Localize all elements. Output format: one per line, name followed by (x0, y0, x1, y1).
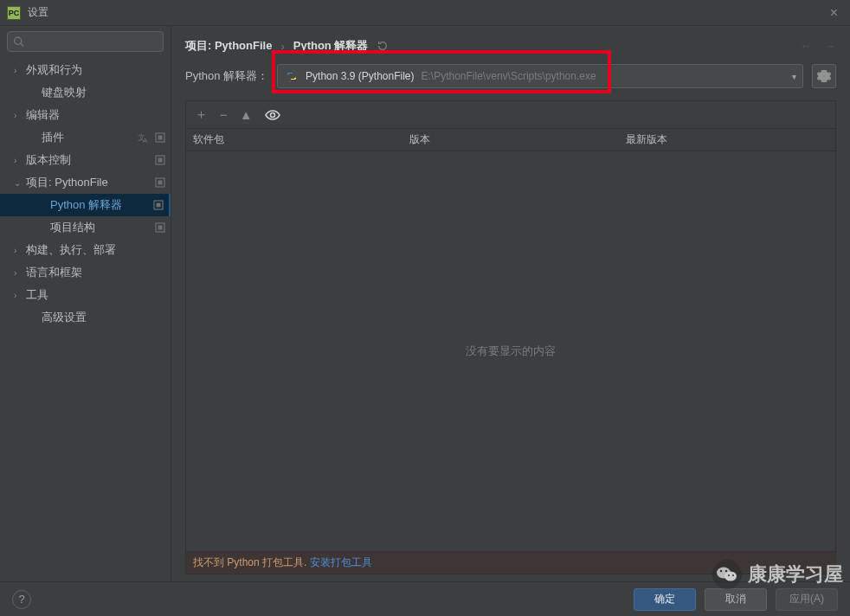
sidebar-item-label: 语言和框架 (26, 265, 82, 280)
sidebar-item-label: 编辑器 (26, 107, 60, 123)
sidebar-item[interactable]: ›版本控制 (0, 149, 171, 171)
titlebar: PC 设置 × (0, 0, 850, 26)
interpreter-settings-button[interactable] (812, 64, 836, 88)
sidebar-item[interactable]: ›外观和行为 (0, 59, 171, 81)
interpreter-path: E:\PythonFile\venv\Scripts\python.exe (422, 70, 596, 82)
packages-body: 没有要显示的内容 (186, 151, 835, 551)
breadcrumb-sep: › (280, 40, 284, 53)
svg-rect-9 (158, 181, 163, 185)
svg-rect-11 (157, 203, 161, 208)
chevron-icon: › (14, 291, 21, 300)
nav-forward-icon[interactable]: → (824, 39, 836, 53)
chevron-down-icon: ▾ (792, 72, 796, 81)
interpreter-select[interactable]: Python 3.9 (PythonFile) E:\PythonFile\ve… (277, 64, 803, 88)
breadcrumb-item[interactable]: 项目: PythonFile (185, 38, 272, 54)
upgrade-package-button[interactable]: ▲ (240, 107, 253, 122)
chevron-icon: › (14, 268, 21, 278)
sidebar-item[interactable]: ›高级设置 (0, 306, 171, 329)
sidebar-item[interactable]: ›项目结构 (0, 216, 171, 239)
packages-header-version[interactable]: 版本 (402, 129, 619, 151)
reset-icon[interactable] (377, 40, 389, 52)
packages-empty-text: 没有要显示的内容 (466, 343, 556, 359)
nav-back-icon[interactable]: ← (800, 39, 812, 53)
interpreter-name: Python 3.9 (PythonFile) (306, 70, 414, 82)
packages-panel: ＋ − ▲ 软件包 版本 最新版本 没有要显示的内容 找不到 Python 打包… (185, 100, 836, 574)
sidebar-item-label: 外观和行为 (26, 62, 82, 78)
svg-point-0 (15, 37, 22, 44)
help-button[interactable]: ? (12, 590, 31, 609)
chevron-icon: › (14, 246, 21, 255)
translate-icon: 文A (138, 132, 150, 144)
install-tools-link[interactable]: 安装打包工具 (310, 555, 372, 570)
bottombar: ? 确定 取消 应用(A) (0, 581, 850, 616)
cancel-button[interactable]: 取消 (705, 588, 767, 611)
search-box[interactable] (7, 31, 164, 52)
sidebar: ›外观和行为›键盘映射›编辑器›插件文A›版本控制⌄项目: PythonFile… (0, 26, 171, 581)
packages-header-name[interactable]: 软件包 (186, 129, 402, 151)
svg-text:A: A (143, 137, 148, 144)
ok-button[interactable]: 确定 (634, 588, 696, 611)
chevron-icon: › (14, 156, 21, 165)
breadcrumb-item[interactable]: Python 解释器 (293, 38, 369, 54)
app-icon: PC (7, 6, 21, 20)
svg-line-1 (21, 43, 23, 46)
interpreter-row: Python 解释器： Python 3.9 (PythonFile) E:\P… (185, 64, 836, 88)
sidebar-item-label: 项目结构 (50, 220, 95, 235)
settings-tree: ›外观和行为›键盘映射›编辑器›插件文A›版本控制⌄项目: PythonFile… (0, 57, 171, 329)
sidebar-item-label: Python 解释器 (50, 197, 122, 213)
scope-icon (153, 200, 164, 210)
sidebar-item[interactable]: ⌄项目: PythonFile (0, 171, 171, 194)
python-icon (285, 69, 299, 83)
chevron-icon: ⌄ (14, 178, 21, 188)
svg-rect-5 (158, 136, 163, 140)
sidebar-item-label: 版本控制 (26, 152, 71, 168)
sidebar-item[interactable]: ›键盘映射 (0, 81, 171, 104)
search-wrap (0, 26, 171, 57)
add-package-button[interactable]: ＋ (195, 106, 208, 123)
packages-toolbar: ＋ − ▲ (186, 101, 835, 128)
sidebar-item[interactable]: ›编辑器 (0, 104, 171, 126)
svg-point-14 (270, 112, 274, 117)
sidebar-item-label: 高级设置 (42, 310, 87, 325)
scope-icon (155, 177, 165, 188)
breadcrumb: 项目: PythonFile › Python 解释器 ← → (185, 33, 836, 64)
sidebar-item-label: 构建、执行、部署 (26, 242, 116, 258)
sidebar-item[interactable]: ›语言和框架 (0, 261, 171, 284)
content: 项目: PythonFile › Python 解释器 ← → Python 解… (171, 26, 850, 581)
packages-footer-text: 找不到 Python 打包工具. (193, 555, 306, 570)
interpreter-label: Python 解释器： (185, 68, 268, 84)
svg-rect-13 (158, 226, 163, 230)
close-button[interactable]: × (825, 5, 843, 21)
packages-header: 软件包 版本 最新版本 (186, 128, 835, 151)
apply-button[interactable]: 应用(A) (776, 588, 838, 611)
svg-rect-7 (158, 158, 163, 163)
sidebar-item[interactable]: ›Python 解释器 (0, 194, 171, 216)
eye-icon (265, 109, 280, 121)
chevron-icon: › (14, 66, 21, 75)
search-icon (13, 35, 24, 48)
sidebar-item[interactable]: ›插件文A (0, 126, 171, 149)
search-input[interactable] (28, 35, 158, 48)
show-early-button[interactable] (265, 109, 280, 121)
sidebar-item-label: 工具 (26, 287, 48, 303)
scope-icon (155, 132, 165, 143)
window-title: 设置 (28, 5, 48, 20)
sidebar-item[interactable]: ›构建、执行、部署 (0, 239, 171, 261)
chevron-icon: › (14, 111, 21, 120)
sidebar-item-label: 插件 (42, 130, 64, 145)
remove-package-button[interactable]: − (220, 107, 228, 122)
scope-icon (155, 222, 165, 233)
packages-footer: 找不到 Python 打包工具. 安装打包工具 (186, 551, 835, 574)
sidebar-item[interactable]: ›工具 (0, 284, 171, 306)
sidebar-item-label: 键盘映射 (42, 85, 87, 100)
scope-icon (155, 155, 165, 165)
main: ›外观和行为›键盘映射›编辑器›插件文A›版本控制⌄项目: PythonFile… (0, 26, 850, 581)
sidebar-item-label: 项目: PythonFile (26, 175, 108, 190)
gear-icon (817, 69, 831, 83)
packages-header-latest[interactable]: 最新版本 (619, 129, 835, 151)
